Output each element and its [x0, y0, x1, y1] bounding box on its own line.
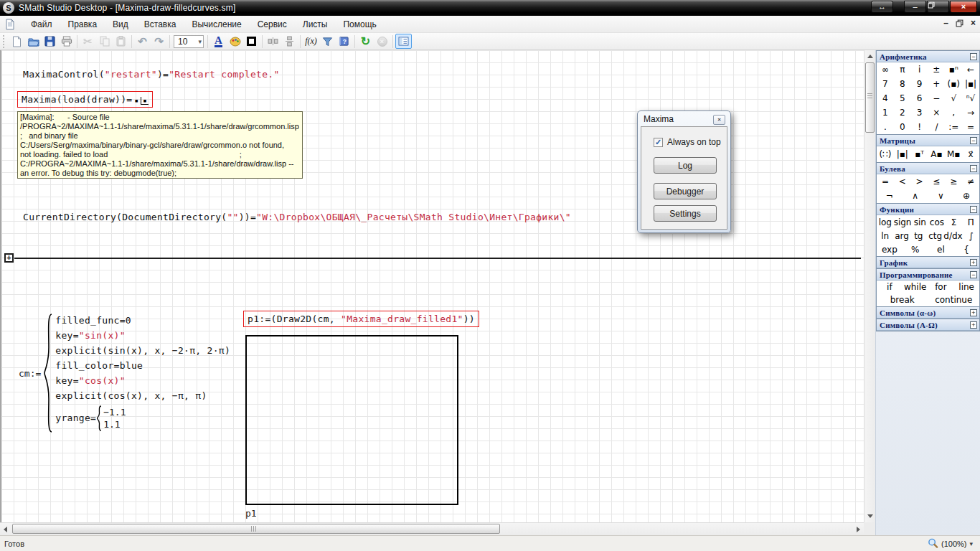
- insert-function-button[interactable]: f(x): [303, 34, 319, 49]
- expr-current-directory[interactable]: CurrentDirectory(DocumentDirectory(""))=…: [23, 212, 571, 222]
- border-button[interactable]: [243, 34, 260, 49]
- digit-2-button[interactable]: 2: [894, 105, 911, 120]
- product-button[interactable]: Π: [962, 215, 979, 229]
- close-button[interactable]: ×: [950, 1, 977, 13]
- evaluate-button[interactable]: =: [962, 120, 979, 134]
- ln-button[interactable]: ln: [877, 229, 893, 242]
- power-button[interactable]: ▪ⁿ: [945, 62, 962, 77]
- collapse-toggle-icon[interactable]: −: [970, 165, 977, 172]
- less-than-button[interactable]: <: [894, 174, 911, 189]
- worksheet-canvas[interactable]: MaximaControl("restart")="Restart comple…: [0, 50, 864, 522]
- less-equal-button[interactable]: ≤: [928, 174, 945, 189]
- digit-7-button[interactable]: 7: [877, 77, 894, 91]
- collapse-toggle-icon[interactable]: +: [970, 321, 977, 329]
- mdi-close-button[interactable]: ×: [971, 18, 976, 28]
- digit-9-button[interactable]: 9: [911, 77, 928, 91]
- placeholder-icon[interactable]: ▪: [134, 98, 138, 104]
- digit-3-button[interactable]: 3: [911, 105, 928, 120]
- log-button[interactable]: log: [877, 215, 894, 229]
- cut-button[interactable]: ✂: [80, 34, 96, 49]
- scroll-up-button[interactable]: [865, 51, 875, 62]
- expr-p1-definition[interactable]: p1:=(Draw2D(cm, "Maxima_draw_filled1")): [243, 311, 479, 327]
- menu-help[interactable]: Помощь: [335, 17, 384, 32]
- collapse-toggle-icon[interactable]: −: [970, 271, 977, 278]
- cm-line-explicit-sin[interactable]: explicit(sin(x), x, −2·π, 2·π): [55, 344, 230, 357]
- sign-button[interactable]: sign: [894, 215, 912, 229]
- digit-1-button[interactable]: 1: [877, 105, 894, 120]
- recalculate-button[interactable]: ↻: [357, 34, 374, 49]
- break-button[interactable]: break: [877, 293, 928, 306]
- infinity-button[interactable]: ∞: [877, 62, 894, 77]
- transpose-button[interactable]: ▪ᵀ: [911, 146, 928, 162]
- font-size-select[interactable]: 10▾: [174, 35, 204, 48]
- collapse-toggle-icon[interactable]: −: [970, 53, 977, 60]
- matrix-button[interactable]: (∷): [877, 146, 894, 162]
- log-button[interactable]: Log: [654, 157, 717, 174]
- pi-button[interactable]: π: [894, 62, 911, 77]
- continue-button[interactable]: continue: [928, 293, 980, 306]
- summation-button[interactable]: Σ: [946, 215, 963, 229]
- while-button[interactable]: while: [903, 281, 928, 293]
- factorial-button[interactable]: !: [911, 120, 928, 134]
- if-button[interactable]: if: [877, 281, 903, 293]
- scroll-right-button[interactable]: [853, 524, 864, 534]
- plus-button[interactable]: +: [928, 77, 945, 91]
- zoom-caret-icon[interactable]: ▾: [969, 540, 973, 547]
- sin-button[interactable]: sin: [911, 215, 928, 229]
- units-filter-button[interactable]: [319, 34, 336, 49]
- backspace-button[interactable]: ←: [962, 62, 979, 77]
- plot-region[interactable]: [245, 335, 458, 505]
- divide-button[interactable]: /: [928, 120, 945, 134]
- maximize-restore-button[interactable]: [927, 1, 949, 13]
- undo-button[interactable]: ↶: [134, 34, 151, 49]
- save-button[interactable]: [42, 34, 58, 49]
- derivative-button[interactable]: d/dx: [943, 229, 962, 242]
- new-document-button[interactable]: [9, 34, 25, 49]
- not-equal-button[interactable]: ≠: [962, 174, 979, 189]
- dropdown-caret-icon[interactable]: ▾: [198, 38, 202, 45]
- not-button[interactable]: ¬: [877, 189, 903, 203]
- cofactor-button[interactable]: A▪: [928, 146, 945, 162]
- horizontal-scrollbar[interactable]: [0, 522, 864, 535]
- copy-button[interactable]: [96, 34, 113, 49]
- cos-button[interactable]: cos: [928, 215, 946, 229]
- horizontal-scroll-thumb[interactable]: [12, 524, 500, 534]
- collapse-toggle-icon[interactable]: +: [970, 259, 977, 266]
- digit-5-button[interactable]: 5: [894, 91, 911, 105]
- panel-header-arithmetic[interactable]: Арифметика−: [877, 51, 979, 62]
- determinant-button[interactable]: |▪|: [894, 146, 911, 162]
- abort-button[interactable]: ×: [374, 34, 390, 49]
- digit-6-button[interactable]: 6: [911, 91, 928, 105]
- mdi-restore-button[interactable]: [956, 19, 963, 27]
- menu-sheets[interactable]: Листы: [295, 17, 336, 32]
- background-color-button[interactable]: [227, 34, 243, 49]
- side-panel-toggle-button[interactable]: [395, 34, 412, 49]
- menu-calculation[interactable]: Вычисление: [184, 17, 249, 32]
- greater-than-button[interactable]: >: [911, 174, 928, 189]
- arrow-right-button[interactable]: →: [962, 105, 979, 120]
- panel-header-functions[interactable]: Функции−: [877, 204, 979, 215]
- vertical-scrollbar[interactable]: [864, 50, 875, 522]
- bool-equal-button[interactable]: =: [877, 174, 894, 189]
- vectorize-button[interactable]: x⃗: [962, 146, 979, 162]
- scroll-left-button[interactable]: [0, 524, 11, 534]
- menu-file[interactable]: Файл: [23, 17, 60, 32]
- xor-button[interactable]: ⊕: [953, 189, 979, 203]
- section-collapse-toggle[interactable]: +: [4, 253, 14, 263]
- collapse-toggle-icon[interactable]: −: [970, 206, 977, 213]
- digit-8-button[interactable]: 8: [894, 77, 911, 91]
- cm-line-filled-func[interactable]: filled_func=0: [55, 314, 230, 327]
- panel-header-symbols-greek[interactable]: Символы (α-ω)+: [877, 307, 979, 319]
- ctg-button[interactable]: ctg: [927, 229, 943, 242]
- element-button[interactable]: el: [928, 242, 954, 256]
- mdi-minimize-button[interactable]: –: [943, 18, 948, 28]
- cm-line-key-sin[interactable]: key="sin(x)": [55, 329, 230, 342]
- menu-edit[interactable]: Правка: [60, 17, 105, 32]
- panel-header-plot[interactable]: График+: [877, 257, 979, 268]
- cm-line-fill-color[interactable]: fill_color=blue: [55, 359, 230, 372]
- for-button[interactable]: for: [928, 281, 954, 293]
- expr-maxima-restart[interactable]: MaximaControl("restart")="Restart comple…: [23, 69, 280, 80]
- panel-header-programming[interactable]: Программирование−: [877, 269, 979, 281]
- toolbar-grip[interactable]: [1, 35, 6, 48]
- nth-root-button[interactable]: ⁿ√: [962, 91, 979, 105]
